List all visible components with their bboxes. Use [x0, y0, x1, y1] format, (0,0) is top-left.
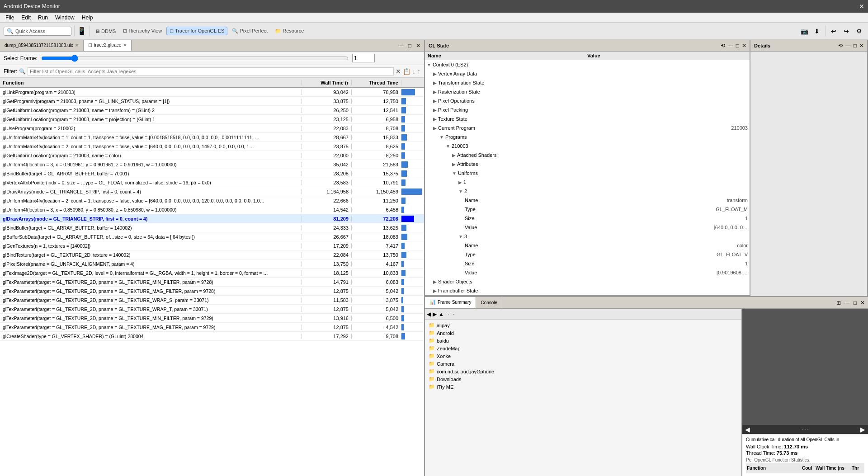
table-row[interactable]: glUniformMatrix4fv(location = 2, count =… [0, 196, 424, 205]
toolbar-action-3[interactable]: ↩ [828, 26, 839, 37]
menu-file[interactable]: File [2, 14, 18, 22]
frame-summary-maximize[interactable]: □ [852, 299, 858, 307]
list-item[interactable]: 📁alipay [427, 321, 740, 329]
tree-item[interactable]: ▶Transformation State [425, 78, 750, 87]
tree-item[interactable]: ▼3 [425, 232, 750, 241]
frame-summary-icon-btn-1[interactable]: ⊞ [835, 299, 842, 307]
frame-slider[interactable] [41, 55, 349, 62]
trace-panel-maximize[interactable]: □ [406, 42, 413, 50]
tree-item[interactable]: ▼2 [425, 187, 750, 196]
tree-item[interactable]: ▼210003 [425, 141, 750, 151]
toolbar-action-5[interactable]: ⚙ [854, 26, 864, 37]
close-button[interactable]: ✕ [859, 3, 864, 10]
list-item[interactable]: 📁Xonke [427, 352, 740, 360]
tree-toggle-icon[interactable]: ▼ [439, 135, 444, 140]
tree-item[interactable]: ▶Attached Shaders [425, 151, 750, 160]
table-row[interactable]: glUniform4f(location = 3, x = 0.850980, … [0, 205, 424, 214]
frame-summary-minimize[interactable]: — [843, 299, 851, 307]
list-item[interactable]: 📁com.nd.scloud.jayGphone [427, 368, 740, 375]
menu-window[interactable]: Window [52, 14, 78, 22]
tab-console[interactable]: Console [476, 297, 502, 308]
filter-action-2[interactable]: ↓ [412, 68, 415, 75]
table-row[interactable]: glTexParameteri(target = GL_TEXTURE_2D, … [0, 278, 424, 287]
tree-toggle-icon[interactable]: ▶ [433, 288, 437, 293]
list-item[interactable]: 📁Camera [427, 360, 740, 368]
menu-run[interactable]: Run [34, 14, 52, 22]
tree-item[interactable]: ▶1 [425, 178, 750, 187]
table-row[interactable]: glUniformMatrix4fv(location = 2, count =… [0, 142, 424, 151]
gl-state-sync[interactable]: ⟲ [719, 42, 726, 50]
table-row[interactable]: glDrawArrays(mode = GL_TRIANGLE_STRIP, f… [0, 214, 424, 223]
tree-toggle-icon[interactable]: ▶ [433, 80, 437, 85]
table-row[interactable]: glGetProgramiv(program = 210003, pname =… [0, 97, 424, 106]
tree-item[interactable]: ▼Uniforms [425, 169, 750, 178]
table-row[interactable]: glVertexAttribPointer(indx = 0, size = …… [0, 178, 424, 187]
filter-input[interactable] [28, 67, 394, 75]
tree-toggle-icon[interactable]: ▼ [427, 62, 431, 67]
table-row[interactable]: glCreateShader(type = GL_VERTEX_SHADER) … [0, 332, 424, 341]
tree-item[interactable]: ▼Programs [425, 132, 750, 141]
next-icon[interactable]: ▶ [860, 426, 865, 433]
list-item[interactable]: 📁Downloads [427, 375, 740, 383]
toolbar-action-4[interactable]: ↪ [841, 26, 852, 37]
ddms-btn[interactable]: 🖥 DDMS [92, 28, 118, 35]
table-row[interactable]: glTexParameteri(target = GL_TEXTURE_2D, … [0, 296, 424, 305]
tree-item[interactable]: ▶Vertex Array Data [425, 69, 750, 78]
trace-panel-minimize[interactable]: — [396, 42, 406, 50]
tree-toggle-icon[interactable]: ▶ [433, 126, 437, 131]
gl-state-tree[interactable]: ▼Context 0 (ES2)▶Vertex Array Data▶Trans… [425, 60, 750, 295]
list-item[interactable]: 📁ZendeMap [427, 344, 740, 352]
tree-toggle-icon[interactable]: ▼ [458, 234, 463, 239]
tree-toggle-icon[interactable]: ▶ [433, 117, 437, 122]
tab-dump-close[interactable]: ✕ [75, 43, 79, 48]
table-row[interactable]: glBindBuffer(target = GL_ARRAY_BUFFER, b… [0, 223, 424, 232]
prev-icon[interactable]: ◀ [745, 426, 750, 433]
tree-toggle-icon[interactable]: ▶ [433, 90, 437, 94]
tree-item[interactable]: ▶Shader Objects [425, 277, 750, 286]
details-close[interactable]: ✕ [858, 42, 865, 50]
pixel-perfect-btn[interactable]: 🔍 Pixel Perfect [229, 27, 270, 35]
list-item[interactable]: 📁baidu [427, 337, 740, 344]
tree-toggle-icon[interactable]: ▶ [433, 279, 437, 284]
table-row[interactable]: glTexParameteri(target = GL_TEXTURE_2D, … [0, 323, 424, 332]
table-row[interactable]: glDrawArrays(mode = GL_TRIANGLE_STRIP, f… [0, 187, 424, 196]
table-row[interactable]: glLinkProgram(program = 210003)93,04278,… [0, 88, 424, 97]
toolbar-action-2[interactable]: ⬇ [811, 26, 822, 37]
gl-state-close[interactable]: ✕ [741, 42, 748, 50]
tab-dump[interactable]: dump_8594385137211581083.uix ✕ [0, 40, 84, 51]
gl-state-minimize[interactable]: — [726, 42, 735, 50]
table-row[interactable]: glUniformMatrix4fv(location = 1, count =… [0, 133, 424, 142]
quick-access-search[interactable]: 🔍 Quick Access [4, 27, 71, 36]
menu-edit[interactable]: Edit [18, 14, 34, 22]
toolbar-action-1[interactable]: 📷 [799, 26, 810, 37]
table-row[interactable]: glGetUniformLocation(program = 210003, n… [0, 115, 424, 124]
filter-action-3[interactable]: ↑ [417, 68, 420, 75]
tree-item[interactable]: ▶Pixel Packing [425, 105, 750, 114]
details-minimize[interactable]: — [844, 42, 852, 50]
table-row[interactable]: glTexParameteri(target = GL_TEXTURE_2D, … [0, 314, 424, 323]
hierarchy-btn[interactable]: ⊞ Hierarchy View [120, 27, 165, 35]
tree-toggle-icon[interactable]: ▼ [446, 144, 450, 149]
tab-frame-summary[interactable]: 📊 Frame Summary [425, 297, 476, 308]
frame-summary-close[interactable]: ✕ [859, 299, 866, 307]
table-row[interactable]: glBufferSubData(target = GL_ARRAY_BUFFER… [0, 232, 424, 241]
tree-toggle-icon[interactable]: ▶ [433, 71, 437, 76]
details-sync[interactable]: ⟲ [837, 42, 844, 50]
tree-item[interactable]: ▶Pixel Operations [425, 96, 750, 105]
filter-clear-icon[interactable]: ✕ [396, 68, 401, 75]
tree-toggle-icon[interactable]: ▶ [452, 153, 456, 158]
tree-item[interactable]: ▶Rasterization State [425, 87, 750, 96]
trace-panel-close[interactable]: ✕ [414, 42, 422, 50]
fs-up-icon[interactable]: ▲ [439, 311, 444, 317]
frame-input[interactable] [352, 54, 375, 62]
table-row[interactable]: glBindTexture(target = GL_TEXTURE_2D, te… [0, 250, 424, 259]
table-row[interactable]: glUniform4f(location = 3, x = 0.901961, … [0, 160, 424, 169]
table-row[interactable]: glBindBuffer(target = GL_ARRAY_BUFFER, b… [0, 169, 424, 178]
tree-toggle-icon[interactable]: ▶ [452, 162, 456, 167]
tree-toggle-icon[interactable]: ▶ [433, 108, 437, 113]
tree-toggle-icon[interactable]: ▶ [458, 180, 462, 185]
tab-gltrace-close[interactable]: ✕ [123, 42, 127, 47]
table-row[interactable]: glTexParameteri(target = GL_TEXTURE_2D, … [0, 305, 424, 314]
fs-back-icon[interactable]: ◀ [427, 311, 431, 317]
filter-action-1[interactable]: 📋 [403, 68, 410, 75]
